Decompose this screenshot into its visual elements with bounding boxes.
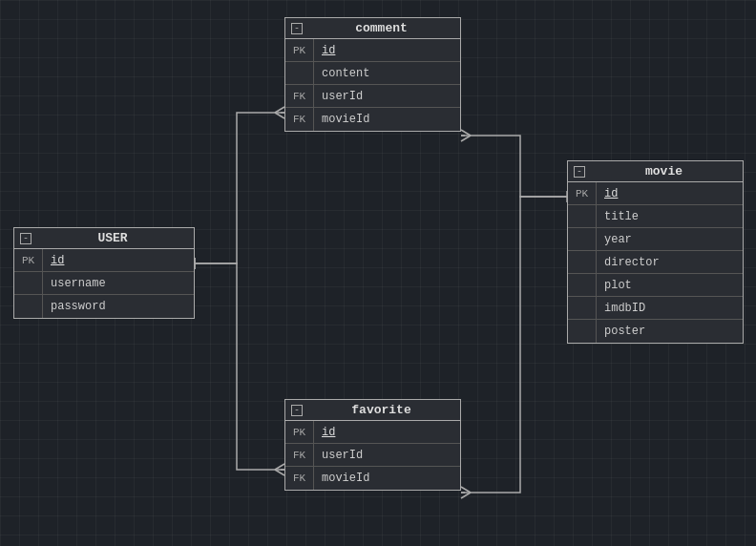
favorite-userid-key: FK (285, 444, 314, 466)
movie-row-year: year (568, 228, 743, 251)
movie-director-field: director (597, 253, 667, 272)
svg-line-2 (275, 107, 284, 113)
favorite-movieid-field: movieId (314, 469, 377, 488)
favorite-movieid-key: FK (285, 467, 314, 490)
comment-movieid-field: movieId (314, 110, 377, 129)
movie-row-plot: plot (568, 274, 743, 297)
comment-row-movieid: FK movieId (285, 108, 460, 131)
user-id-field: id (43, 251, 72, 270)
favorite-table-name: favorite (308, 403, 454, 417)
comment-userid-key: FK (285, 85, 314, 107)
movie-year-field: year (597, 230, 640, 249)
movie-collapse-btn[interactable]: - (574, 166, 585, 178)
movie-table-name: movie (591, 164, 737, 178)
user-username-key (14, 272, 43, 294)
user-password-key (14, 295, 43, 318)
svg-line-8 (275, 470, 284, 475)
favorite-id-field: id (314, 423, 343, 442)
svg-line-13 (461, 136, 471, 141)
user-row-username: username (14, 272, 194, 295)
favorite-id-key: PK (285, 421, 314, 443)
comment-row-content: content (285, 62, 460, 85)
user-collapse-btn[interactable]: - (20, 233, 32, 244)
favorite-row-userid: FK userId (285, 444, 460, 467)
movie-year-key (568, 228, 597, 250)
movie-row-poster: poster (568, 320, 743, 343)
svg-line-16 (461, 493, 471, 498)
movie-id-key: PK (568, 182, 597, 204)
comment-id-key: PK (285, 39, 314, 61)
user-row-password: password (14, 295, 194, 318)
movie-table: - movie PK id title year director plot i… (567, 160, 744, 344)
comment-collapse-btn[interactable]: - (291, 23, 303, 34)
user-password-field: password (43, 297, 114, 316)
favorite-table: - favorite PK id FK userId FK movieId (284, 399, 461, 491)
comment-userid-field: userId (314, 87, 370, 106)
movie-poster-field: poster (597, 322, 653, 341)
movie-plot-field: plot (597, 276, 640, 295)
favorite-userid-field: userId (314, 446, 370, 465)
comment-content-key (285, 62, 314, 84)
movie-table-header: - movie (568, 161, 743, 182)
favorite-row-id: PK id (285, 421, 460, 444)
comment-id-field: id (314, 41, 343, 60)
user-username-field: username (43, 274, 114, 293)
favorite-row-movieid: FK movieId (285, 467, 460, 490)
favorite-collapse-btn[interactable]: - (291, 405, 303, 416)
movie-row-id: PK id (568, 182, 743, 205)
movie-row-title: title (568, 205, 743, 228)
user-table-header: - USER (14, 228, 194, 249)
svg-line-7 (275, 464, 284, 470)
movie-row-director: director (568, 251, 743, 274)
svg-line-15 (461, 487, 471, 493)
comment-content-field: content (314, 64, 377, 83)
comment-row-id: PK id (285, 39, 460, 62)
movie-title-field: title (597, 207, 646, 226)
svg-line-12 (461, 130, 471, 136)
user-row-id: PK id (14, 249, 194, 272)
movie-poster-key (568, 320, 597, 343)
movie-id-field: id (597, 184, 625, 203)
user-table-name: USER (37, 231, 188, 245)
comment-table-name: comment (308, 21, 454, 35)
comment-table-header: - comment (285, 18, 460, 39)
comment-movieid-key: FK (285, 108, 314, 131)
movie-imdbid-key (568, 297, 597, 319)
svg-line-3 (275, 113, 284, 118)
comment-row-userid: FK userId (285, 85, 460, 108)
movie-director-key (568, 251, 597, 273)
movie-imdbid-field: imdbID (597, 299, 653, 318)
comment-table: - comment PK id content FK userId FK mov… (284, 17, 461, 132)
favorite-table-header: - favorite (285, 400, 460, 421)
movie-plot-key (568, 274, 597, 296)
movie-row-imdbid: imdbID (568, 297, 743, 320)
user-table: - USER PK id username password (13, 227, 195, 319)
movie-title-key (568, 205, 597, 227)
user-id-key: PK (14, 249, 43, 271)
